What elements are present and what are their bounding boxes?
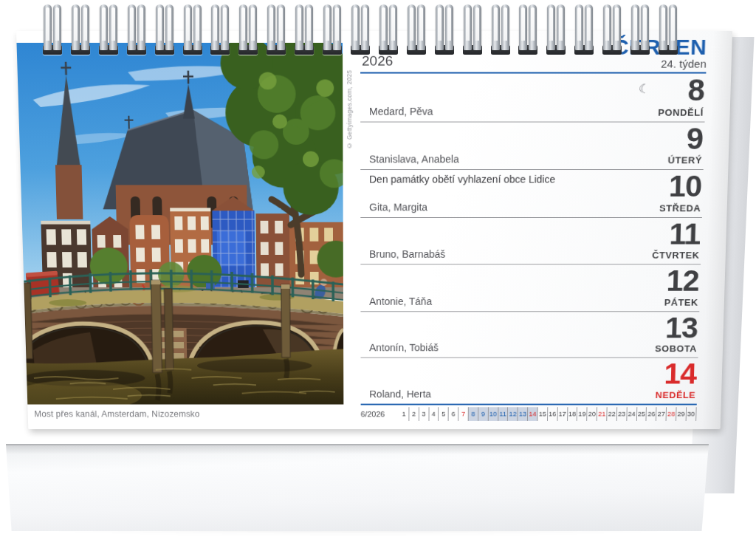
nameday-label: Antonín, Tobiáš [369,342,439,353]
spiral-coil [407,4,426,55]
weekday-label: ÚTERÝ [667,155,702,166]
holiday-label: Den památky obětí vyhlazení obce Lidice [369,174,555,185]
spiral-coil [267,4,286,55]
strip-day-cell: 29 [676,407,687,421]
binding-wire [53,4,61,50]
strip-day-cell: 26 [647,407,657,421]
day-number: 8 [687,76,704,105]
moon-phase-icon: ☾ [639,81,650,97]
spiral-coil [99,4,118,55]
year-label: 2026 [362,53,393,69]
day-number: 13 [665,314,698,342]
desk-calendar-product-photo: Most přes kanál, Amsterdam, Nizozemsko ©… [0,0,756,537]
calendar-base [6,444,709,531]
day-row: 9ÚTERÝStanislava, Anabela [360,122,704,170]
strip-day-cell: 16 [548,407,558,421]
binding-wire [249,4,257,50]
binding-wire [436,4,444,50]
week-number-label: 24. týden [661,58,707,70]
weekday-label: PÁTEK [664,297,698,307]
binding-wire [501,4,509,50]
nameday-label: Medard, Pěva [369,105,433,117]
spiral-coil [351,4,370,55]
strip-day-cell: 27 [656,407,667,421]
binding-wire [323,4,331,50]
binding-wire [137,4,145,50]
calendar-page: Most přes kanál, Amsterdam, Nizozemsko ©… [16,31,732,429]
strip-day-cell: 2 [409,407,419,421]
binding-wire [277,4,285,50]
day-number: 14 [664,360,696,387]
weekday-label: PONDĚLÍ [658,106,704,117]
month-strip-label: 6/2026 [361,407,399,421]
strip-day-cell: 13 [518,407,529,421]
binding-wire [239,4,247,50]
binding-wire [333,4,341,50]
binding-wire [184,4,192,50]
day-number: 10 [668,172,701,201]
binding-wire [417,4,425,50]
month-strip: 6/2026 123456789101112131415161718192021… [361,407,697,421]
strip-day-cell: 4 [429,407,439,421]
binding-wire [613,4,621,50]
spiral-binding [43,4,678,55]
day-rows: ☾8PONDĚLÍMedard, Pěva9ÚTERÝStanislava, A… [360,74,706,405]
binding-wire [389,4,397,50]
spiral-coil [210,4,230,55]
binding-wire [557,4,565,50]
spiral-coil [155,4,174,55]
strip-day-cell: 30 [687,407,697,421]
spiral-coil [602,4,622,55]
strip-day-cell: 24 [627,407,637,421]
binding-wire [669,4,677,50]
binding-wire [305,4,313,50]
strip-day-cell: 15 [537,407,548,421]
spiral-coil [546,4,566,55]
strip-day-cell: 20 [587,407,597,421]
day-row: 12PÁTEKAntonie, Táňa [360,264,701,311]
strip-day-cell: 12 [508,407,518,421]
strip-day-cell: 9 [478,407,489,421]
strip-day-cell: 19 [577,407,588,421]
spiral-coil [463,4,482,55]
day-row: 11ČTVRTEKBruno, Barnabáš [360,217,702,264]
strip-day-cell: 18 [568,407,578,421]
binding-wire [81,4,89,50]
spiral-coil [659,4,678,55]
nameday-label: Antonie, Táňa [369,295,432,307]
binding-wire [641,4,649,50]
spiral-coil [323,4,342,55]
weekday-label: SOBOTA [655,343,697,354]
binding-wire [351,4,360,50]
binding-wire [72,4,80,50]
spiral-coil [238,4,258,55]
binding-wire [267,4,275,50]
day-row: 14NEDĚLERoland, Herta [361,358,698,405]
nameday-label: Roland, Herta [369,389,431,400]
binding-wire [603,4,611,50]
binding-wire [473,4,481,50]
month-strip-cells: 1234567891011121314151617181920212223242… [399,407,697,421]
spiral-coil [43,4,62,55]
strip-day-cell: 1 [399,407,409,421]
strip-day-cell: 5 [439,407,449,421]
strip-day-cell: 14 [528,407,538,421]
binding-wire [44,4,52,50]
strip-day-cell: 22 [607,407,617,421]
strip-day-cell: 23 [617,407,628,421]
day-number: 11 [669,219,701,247]
binding-wire [464,4,472,50]
binding-wire [379,4,388,50]
binding-wire [492,4,500,50]
binding-wire [128,4,136,50]
spiral-coil [574,4,594,55]
binding-wire [631,4,639,50]
strip-day-cell: 28 [667,407,677,421]
strip-day-cell: 21 [597,407,608,421]
binding-wire [211,4,219,50]
photo-credit: © Gettyimages.com, 2025 [346,64,355,149]
spiral-coil [435,4,454,55]
nameday-label: Stanislava, Anabela [369,154,459,165]
strip-day-cell: 25 [637,407,647,421]
binding-wire [575,4,583,50]
